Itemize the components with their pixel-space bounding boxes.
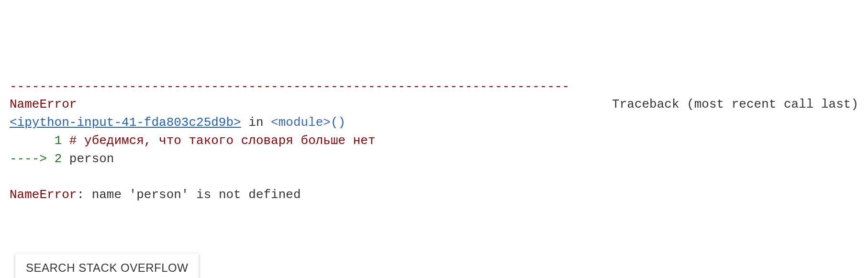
parens: ()	[331, 115, 345, 130]
code-text: person	[69, 152, 114, 166]
line-number-2: 2	[55, 152, 62, 166]
traceback-separator: ----------------------------------------…	[10, 78, 858, 96]
search-stack-overflow-button[interactable]: SEARCH STACK OVERFLOW	[15, 254, 199, 278]
final-error-line: NameError: name 'person' is not defined	[10, 186, 858, 204]
traceback-arrow: ---->	[10, 152, 55, 166]
module-text: <module>	[271, 115, 331, 130]
line-number-1: 1	[55, 133, 62, 148]
traceback-source-line: <ipython-input-41-fda803c25d9b> in <modu…	[10, 114, 858, 132]
ipython-input-link[interactable]: <ipython-input-41-fda803c25d9b>	[10, 115, 241, 130]
error-name-header: NameError	[10, 96, 77, 114]
traceback-line-1: 1 # убедимся, что такого словаря больше …	[10, 132, 858, 150]
final-error-name: NameError	[10, 188, 77, 202]
blank-line	[10, 168, 858, 186]
traceback-line-2: ----> 2 person	[10, 150, 858, 168]
in-text: in	[241, 115, 271, 130]
traceback-label: Traceback (most recent call last)	[612, 96, 858, 114]
final-error-message: : name 'person' is not defined	[77, 188, 300, 202]
code-comment: # убедимся, что такого словаря больше не…	[69, 133, 376, 148]
